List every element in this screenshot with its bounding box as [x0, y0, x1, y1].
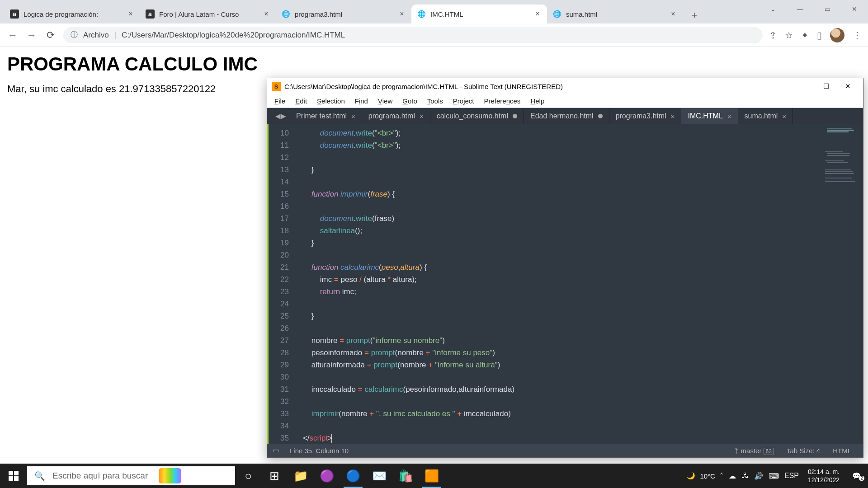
volume-icon[interactable]: 🔊 [754, 472, 763, 480]
menu-selection[interactable]: Selection [312, 96, 349, 106]
browser-toolbar: ← → ⟳ ⓘ Archivo | C:/Users/Mar/Desktop/l… [0, 23, 868, 47]
mail-icon[interactable]: ✉️ [366, 464, 392, 488]
network-icon[interactable]: 🖧 [741, 472, 749, 480]
sublime-text-window: S C:\Users\Mar\Desktop\logica de program… [267, 78, 863, 458]
editor-tab[interactable]: suma.html× [738, 108, 793, 124]
notifications-icon[interactable]: 💬2 [849, 472, 864, 480]
editor-tab[interactable]: programa.html× [362, 108, 430, 124]
close-icon[interactable]: × [262, 10, 270, 18]
status-branch[interactable]: ᛘ master 63 [728, 447, 780, 455]
onedrive-icon[interactable]: ☁ [729, 472, 736, 480]
browser-tab-active[interactable]: 🌐 IMC.HTML × [411, 5, 547, 23]
browser-tab[interactable]: 🌐 programa3.html × [276, 5, 411, 23]
browser-tab[interactable]: a Lógica de programación: × [5, 5, 140, 23]
forward-button[interactable]: → [25, 29, 38, 42]
tray-expand-icon[interactable]: ˄ [720, 472, 723, 480]
tab-title: Foro | Alura Latam - Curso [159, 10, 259, 18]
tab-nav-arrows[interactable]: ◀▶ [272, 112, 290, 120]
menu-project[interactable]: Project [448, 96, 479, 106]
browser-tab[interactable]: a Foro | Alura Latam - Curso × [140, 5, 276, 23]
close-icon[interactable]: × [533, 10, 542, 18]
editor-tab[interactable]: Edad hermano.html [524, 108, 609, 124]
system-tray: 🌙 10°C ˄ ☁ 🖧 🔊 ⌨ ESP 02:14 a. m. 12/12/2… [687, 464, 868, 488]
editor-tab[interactable]: programa3.html× [609, 108, 682, 124]
menu-find[interactable]: Find [350, 96, 373, 106]
dirty-indicator-icon [598, 114, 603, 118]
clock[interactable]: 02:14 a. m. 12/12/2022 [803, 468, 844, 484]
separator: | [114, 31, 116, 40]
chrome-icon[interactable]: 🔵 [340, 464, 366, 488]
favicon-globe-icon: 🌐 [552, 9, 561, 19]
search-placeholder: Escribe aquí para buscar [52, 471, 148, 481]
cortana-icon[interactable]: ○ [235, 464, 261, 488]
file-explorer-icon[interactable]: 📁 [288, 464, 314, 488]
weather-temp[interactable]: 10°C [700, 472, 715, 480]
browser-icon[interactable]: 🟣 [314, 464, 340, 488]
dirty-indicator-icon [513, 114, 517, 118]
close-icon[interactable]: × [398, 10, 406, 18]
side-panel-icon[interactable]: ▯ [817, 30, 822, 41]
close-icon[interactable]: × [671, 113, 675, 120]
sublime-icon[interactable]: 🟧 [419, 464, 445, 488]
menu-preferences[interactable]: Preferences [479, 96, 525, 106]
taskbar-search[interactable]: 🔍 Escribe aquí para buscar [27, 466, 235, 485]
favicon-globe-icon: 🌐 [281, 9, 290, 19]
sublime-titlebar[interactable]: S C:\Users\Mar\Desktop\logica de program… [267, 78, 863, 94]
menu-edit[interactable]: Edit [291, 96, 311, 106]
close-button[interactable]: ✕ [841, 0, 868, 18]
share-icon[interactable]: ⇪ [769, 30, 777, 41]
close-icon[interactable]: × [127, 10, 135, 18]
sublime-logo-icon: S [272, 82, 281, 91]
reload-button[interactable]: ⟳ [44, 29, 57, 42]
windows-taskbar: 🔍 Escribe aquí para buscar ○ ⊞ 📁 🟣 🔵 ✉️ … [0, 464, 868, 488]
editor-tab-active[interactable]: IMC.HTML× [681, 108, 738, 124]
start-button[interactable] [0, 464, 27, 488]
maximize-button[interactable]: ▭ [814, 0, 841, 18]
close-icon[interactable]: × [727, 113, 731, 120]
minimize-button[interactable]: — [793, 83, 815, 90]
new-tab-button[interactable]: + [686, 7, 703, 23]
menu-goto[interactable]: Goto [398, 96, 422, 106]
addr-label: Archivo [83, 31, 109, 40]
menu-file[interactable]: File [270, 96, 290, 106]
menu-help[interactable]: Help [526, 96, 549, 106]
tab-title: programa3.html [295, 10, 394, 18]
bookmark-icon[interactable]: ☆ [785, 30, 793, 41]
task-view-icon[interactable]: ⊞ [261, 464, 288, 488]
close-icon[interactable]: × [351, 113, 355, 120]
language-indicator[interactable]: ESP [784, 472, 799, 480]
close-icon[interactable]: × [669, 10, 677, 18]
status-panel-icon[interactable]: ▭ [273, 446, 279, 455]
addr-path: C:/Users/Mar/Desktop/logica%20de%20progr… [122, 31, 345, 40]
sublime-menubar: File Edit Selection Find View Goto Tools… [267, 94, 863, 108]
info-icon[interactable]: ⓘ [71, 30, 78, 40]
menu-view[interactable]: View [373, 96, 397, 106]
sublime-tab-strip: ◀▶ Primer test.html× programa.html× calc… [267, 108, 863, 124]
back-button[interactable]: ← [6, 29, 19, 42]
favicon-globe-icon: 🌐 [417, 9, 426, 19]
weather-icon[interactable]: 🌙 [687, 472, 695, 480]
close-icon[interactable]: × [782, 113, 786, 120]
store-icon[interactable]: 🛍️ [392, 464, 419, 488]
status-tab-size[interactable]: Tab Size: 4 [780, 447, 826, 455]
close-button[interactable]: ✕ [837, 82, 859, 90]
editor-tab[interactable]: calculo_consumo.html [430, 108, 524, 124]
keyboard-icon[interactable]: ⌨ [769, 472, 779, 480]
editor-tab[interactable]: Primer test.html× [290, 108, 362, 124]
menu-icon[interactable]: ⋮ [853, 30, 862, 41]
minimize-button[interactable]: — [787, 0, 814, 18]
line-number-gutter[interactable]: 1011121314151617181920212223242526272829… [267, 124, 294, 444]
editor-body: 1011121314151617181920212223242526272829… [267, 124, 863, 444]
menu-tools[interactable]: Tools [423, 96, 448, 106]
code-area[interactable]: document.write("<br>"); document.write("… [294, 124, 822, 444]
close-icon[interactable]: × [420, 113, 424, 120]
extensions-icon[interactable]: ✦ [801, 30, 809, 41]
dropdown-icon[interactable]: ⌄ [760, 0, 787, 18]
browser-tab[interactable]: 🌐 suma.html × [547, 5, 683, 23]
status-syntax[interactable]: HTML [826, 447, 858, 455]
profile-avatar[interactable] [830, 28, 844, 42]
favicon-alura-icon: a [146, 9, 155, 19]
maximize-button[interactable]: ☐ [815, 82, 837, 90]
minimap[interactable] [822, 124, 863, 444]
address-bar[interactable]: ⓘ Archivo | C:/Users/Mar/Desktop/logica%… [63, 27, 763, 43]
